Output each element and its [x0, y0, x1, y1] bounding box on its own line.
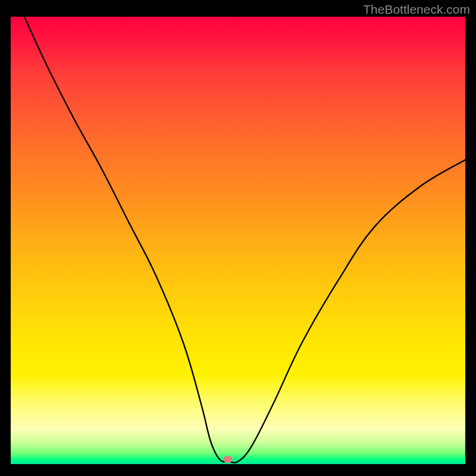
bottleneck-curve — [11, 17, 465, 464]
bottleneck-marker — [224, 456, 233, 463]
attribution-text: TheBottleneck.com — [363, 2, 470, 17]
plot-area — [11, 17, 465, 464]
